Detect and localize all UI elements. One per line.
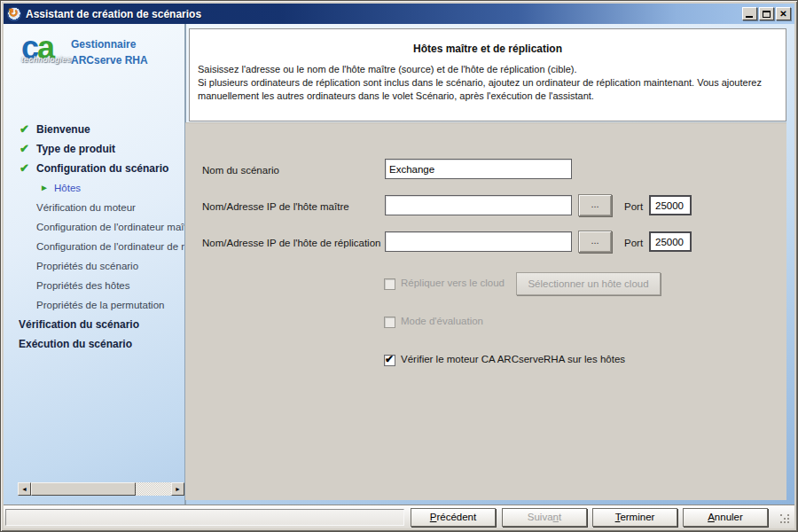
- replica-port-label: Port: [624, 238, 643, 248]
- step-label: Configuration de l'ordinateur de répl: [36, 241, 184, 252]
- replicate-to-cloud-label: Répliquer vers le cloud: [401, 278, 505, 288]
- step-label: Configuration de l'ordinateur maître: [36, 222, 184, 232]
- replica-host-input[interactable]: [385, 231, 572, 252]
- wizard-window: Assistant de création de scénarios ✕ ca …: [0, 0, 798, 532]
- app-icon: [7, 7, 21, 21]
- verify-engine-label: Vérifier le moteur CA ARCserveRHA sur le…: [401, 354, 625, 364]
- wizard-steps: ✔ Bienvenue ✔ Type de produit ✔ Configur…: [4, 120, 184, 354]
- sidebar-horizontal-scrollbar[interactable]: ◄ ►: [18, 482, 184, 496]
- select-cloud-host-button: Sélectionner un hôte cloud: [516, 272, 661, 295]
- step-proprietes-des-hotes: Propriétés des hôtes: [4, 276, 184, 295]
- replica-browse-button[interactable]: ...: [578, 231, 612, 253]
- titlebar[interactable]: Assistant de création de scénarios ✕: [4, 4, 794, 24]
- check-icon: ✔: [20, 159, 29, 178]
- step-proprietes-de-la-permutation: Propriétés de la permutation: [4, 295, 184, 315]
- description-line2: Si plusieurs ordinateurs de réplication …: [198, 76, 778, 103]
- previous-button[interactable]: Précédent: [411, 508, 496, 527]
- close-button[interactable]: ✕: [776, 7, 791, 20]
- ca-logo: ca technologies: [21, 33, 72, 72]
- verify-engine-checkbox[interactable]: ✔: [384, 355, 395, 366]
- step-label: Type de produit: [36, 143, 115, 155]
- logo-technologies: technologies: [21, 55, 72, 64]
- step-hotes-current: ► Hôtes: [4, 178, 184, 198]
- replica-host-label: Nom/Adresse IP de l'hôte de réplication: [202, 238, 380, 248]
- step-label: Propriétés de la permutation: [36, 300, 164, 310]
- sidebar: ca technologies Gestionnaire ARCserve RH…: [4, 24, 184, 505]
- product-line2: ARCserve RHA: [71, 52, 148, 68]
- step-label: Hôtes: [54, 183, 81, 193]
- scroll-left-button[interactable]: ◄: [18, 482, 31, 496]
- close-icon: ✕: [779, 10, 786, 19]
- status-bar: [5, 509, 404, 526]
- step-bienvenue: ✔ Bienvenue: [4, 120, 184, 139]
- step-label: Configuration du scénario: [36, 162, 168, 175]
- product-line1: Gestionnaire: [71, 36, 148, 52]
- page-description: Saisissez l'adresse ou le nom de l'hôte …: [198, 63, 778, 103]
- evaluation-mode-checkbox: [384, 317, 395, 328]
- window-title: Assistant de création de scénarios: [26, 8, 201, 20]
- step-label: Vérification du scénario: [19, 318, 139, 331]
- step-execution-du-scenario: Exécution du scénario: [4, 334, 184, 354]
- scroll-right-icon: ►: [175, 486, 181, 492]
- step-verification-du-moteur: Vérification du moteur: [4, 198, 184, 217]
- resize-grip[interactable]: [779, 513, 790, 524]
- scenario-name-input[interactable]: [385, 159, 572, 179]
- scrollbar-thumb[interactable]: [31, 482, 136, 496]
- step-verification-du-scenario: Vérification du scénario: [4, 315, 184, 334]
- description-line1: Saisissez l'adresse ou le nom de l'hôte …: [198, 63, 778, 76]
- master-port-label: Port: [624, 201, 643, 212]
- step-label: Vérification du moteur: [36, 202, 136, 213]
- master-port-input[interactable]: [649, 195, 692, 215]
- step-label: Exécution du scénario: [19, 338, 132, 350]
- master-host-label: Nom/Adresse IP de l'hôte maître: [202, 201, 349, 212]
- step-label: Propriétés des hôtes: [36, 280, 129, 291]
- cancel-button[interactable]: Annuler: [683, 508, 768, 527]
- scroll-right-button[interactable]: ►: [171, 482, 184, 496]
- step-proprietes-du-scenario: Propriétés du scénario: [4, 256, 184, 276]
- evaluation-mode-label: Mode d'évaluation: [401, 316, 483, 326]
- replicate-to-cloud-checkbox: [384, 278, 395, 290]
- step-label: Bienvenue: [36, 123, 90, 136]
- scroll-left-icon: ◄: [21, 486, 27, 492]
- checkmark-icon: ✔: [385, 353, 394, 365]
- current-step-arrow-icon: ►: [40, 178, 49, 198]
- footer-bar: Précédent Suivant Terminer Annuler: [4, 505, 794, 528]
- step-configuration-du-scenario: ✔ Configuration du scénario: [4, 159, 184, 178]
- check-icon: ✔: [20, 139, 29, 159]
- maximize-icon: [763, 11, 771, 18]
- check-icon: ✔: [20, 120, 29, 139]
- minimize-button[interactable]: [742, 7, 757, 20]
- finish-button[interactable]: Terminer: [592, 508, 677, 527]
- master-host-input[interactable]: [385, 195, 572, 215]
- step-label: Propriétés du scénario: [36, 261, 138, 271]
- page-title: Hôtes maître et de réplication: [190, 43, 786, 55]
- form-panel: Nom du scénario Nom/Adresse IP de l'hôte…: [185, 122, 786, 500]
- scrollbar-track[interactable]: [31, 482, 171, 496]
- next-button: Suivant: [502, 508, 587, 527]
- maximize-button[interactable]: [759, 7, 774, 20]
- step-header-panel: Hôtes maître et de réplication Saisissez…: [189, 28, 786, 121]
- master-browse-button[interactable]: ...: [578, 194, 612, 216]
- step-config-ordinateur-replication: Configuration de l'ordinateur de répl: [4, 237, 184, 256]
- product-name: Gestionnaire ARCserve RHA: [71, 36, 148, 68]
- client-area: ca technologies Gestionnaire ARCserve RH…: [4, 24, 794, 505]
- minimize-icon: [746, 16, 753, 18]
- window-controls: ✕: [742, 7, 791, 20]
- step-config-ordinateur-maitre: Configuration de l'ordinateur maître: [4, 217, 184, 237]
- step-type-de-produit: ✔ Type de produit: [4, 139, 184, 159]
- replica-port-input[interactable]: [649, 231, 692, 252]
- scenario-name-label: Nom du scénario: [202, 165, 279, 176]
